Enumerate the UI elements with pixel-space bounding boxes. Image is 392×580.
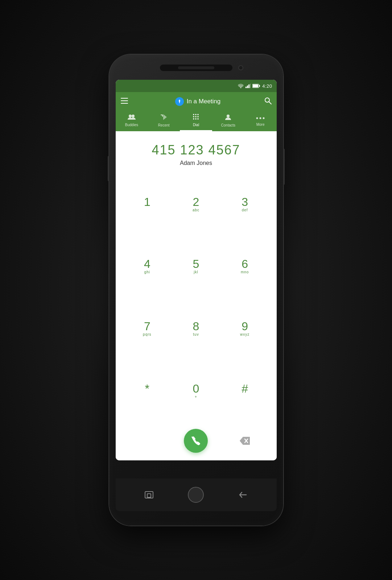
recents-nav-button[interactable] [143, 489, 155, 501]
phone-top-bar [160, 65, 232, 71]
key-7[interactable]: 7 pqrs [134, 315, 160, 341]
recent-label: Recent [158, 123, 170, 127]
back-button[interactable] [237, 489, 249, 501]
keypad-row-2: 4 ghi 5 jkl 6 mno [123, 236, 269, 297]
svg-point-22 [198, 118, 199, 120]
tab-dial[interactable]: Dial [180, 111, 212, 131]
phone-screen: 4:20 In a Meeting [116, 80, 277, 460]
battery-icon [252, 84, 260, 88]
svg-point-19 [198, 116, 199, 117]
key-star[interactable]: * [134, 378, 160, 404]
dial-label: Dial [193, 123, 199, 127]
svg-rect-1 [247, 86, 248, 88]
contact-name-display: Adam Jones [123, 160, 269, 166]
phone-number-display: 415 123 4567 [123, 142, 269, 158]
svg-point-12 [129, 115, 132, 117]
recent-icon [160, 113, 168, 123]
svg-rect-28 [147, 494, 151, 497]
call-button[interactable] [184, 429, 208, 453]
app-badge-icon [175, 97, 184, 106]
svg-rect-0 [245, 87, 247, 88]
key-6[interactable]: 6 mno [232, 253, 258, 279]
svg-rect-8 [121, 100, 128, 101]
contacts-label: Contacts [221, 123, 235, 127]
svg-point-21 [195, 118, 197, 120]
keypad-row-4: * 0 + # [123, 360, 269, 421]
svg-rect-6 [259, 85, 260, 87]
more-icon [256, 114, 265, 122]
svg-rect-9 [121, 103, 128, 104]
speaker-grille [178, 66, 214, 69]
svg-point-16 [198, 114, 199, 115]
key-hash[interactable]: # [232, 378, 258, 404]
svg-point-20 [193, 118, 195, 120]
buddies-icon [128, 114, 136, 122]
svg-point-15 [195, 114, 197, 115]
key-9[interactable]: 9 wxyz [232, 315, 258, 341]
app-bar: In a Meeting [116, 92, 277, 111]
key-0[interactable]: 0 + [183, 378, 209, 404]
keypad: 1 2 abc 3 def 4 ghi [116, 172, 277, 425]
home-button[interactable] [188, 487, 204, 503]
svg-rect-3 [250, 84, 251, 88]
svg-point-14 [193, 114, 195, 115]
key-8[interactable]: 8 tuv [183, 315, 209, 341]
number-display-area: 415 123 4567 Adam Jones [116, 131, 277, 172]
key-1[interactable]: 1 [134, 191, 160, 217]
svg-point-18 [195, 116, 197, 117]
svg-point-25 [260, 117, 261, 119]
menu-icon[interactable] [121, 98, 128, 105]
svg-point-26 [263, 117, 265, 119]
app-title-area: In a Meeting [132, 97, 264, 106]
status-time: 4:20 [262, 83, 272, 89]
volume-button[interactable] [108, 156, 109, 181]
camera [238, 65, 243, 70]
key-5[interactable]: 5 jkl [183, 253, 209, 279]
svg-line-11 [269, 102, 271, 104]
tab-recent[interactable]: Recent [148, 111, 180, 131]
svg-rect-2 [248, 84, 249, 88]
phone-nav-bar [116, 478, 277, 511]
buddies-label: Buddies [125, 123, 138, 127]
keypad-row-3: 7 pqrs 8 tuv 9 wxyz [123, 298, 269, 359]
svg-point-23 [227, 115, 230, 117]
tab-more[interactable]: More [244, 111, 277, 131]
tab-contacts[interactable]: Contacts [212, 111, 244, 131]
tab-buddies[interactable]: Buddies [116, 111, 148, 131]
nav-tabs: Buddies Recent [116, 111, 277, 131]
svg-point-17 [193, 116, 195, 117]
status-icons: 4:20 [238, 83, 272, 89]
dial-icon [192, 113, 199, 122]
svg-point-13 [132, 115, 135, 117]
status-bar: 4:20 [116, 80, 277, 92]
svg-rect-7 [121, 98, 128, 99]
phone-device: 4:20 In a Meeting [109, 54, 283, 526]
power-button[interactable] [283, 149, 285, 185]
more-label: More [256, 123, 265, 127]
svg-point-10 [265, 98, 269, 102]
svg-point-24 [256, 117, 258, 119]
keypad-row-1: 1 2 abc 3 def [123, 174, 269, 235]
backspace-button[interactable] [231, 428, 257, 454]
backspace-icon [239, 437, 250, 445]
svg-rect-5 [253, 84, 258, 87]
phone-icon [190, 435, 201, 446]
search-icon[interactable] [264, 97, 272, 106]
key-3[interactable]: 3 def [232, 191, 258, 217]
dial-content: 415 123 4567 Adam Jones 1 2 abc 3 [116, 131, 277, 460]
app-title: In a Meeting [187, 98, 221, 105]
contacts-icon [224, 113, 232, 123]
signal-icon [245, 84, 251, 88]
key-4[interactable]: 4 ghi [134, 253, 160, 279]
key-2[interactable]: 2 abc [183, 191, 209, 217]
wifi-icon [238, 84, 244, 88]
call-action-row [116, 425, 277, 460]
